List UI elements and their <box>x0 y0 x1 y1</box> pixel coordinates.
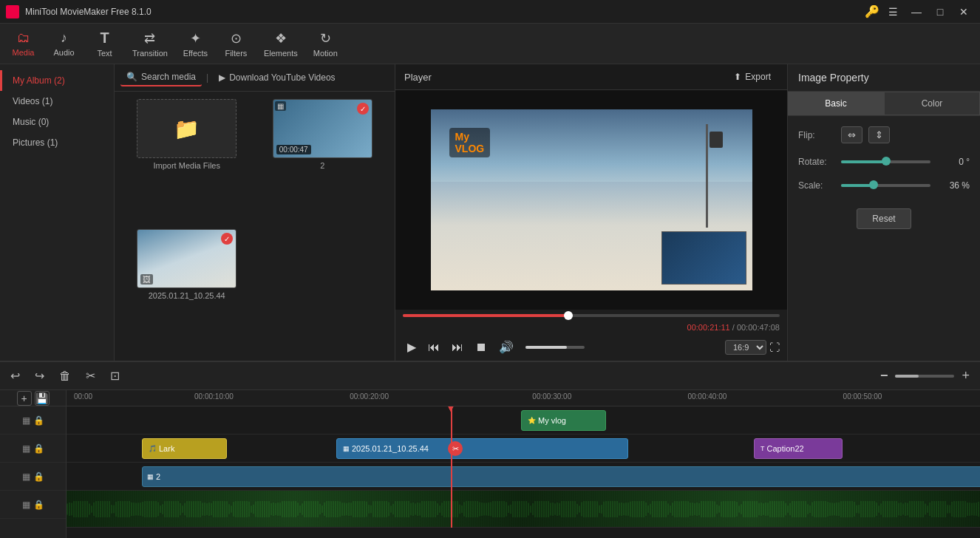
aspect-ratio-select[interactable]: 16:9 4:3 1:1 9:16 <box>725 340 766 355</box>
video2-clip[interactable]: ▦ 2 <box>142 466 980 487</box>
close-button[interactable]: ✕ <box>953 4 974 20</box>
audio-waveform-row <box>67 491 980 528</box>
toolbar-text-label: Text <box>97 49 112 58</box>
progress-track <box>403 314 780 317</box>
waveform-track-lock[interactable]: 🔒 <box>33 500 44 510</box>
video-background: MyVLOG <box>431 109 752 290</box>
flip-row: Flip: ⇔ ⇕ <box>798 126 970 143</box>
play-button[interactable]: ▶ <box>403 338 421 356</box>
zoom-slider[interactable] <box>895 375 954 378</box>
media-item-picture1[interactable]: ✓ 🖼 2025.01.21_10.25.44 <box>122 229 252 353</box>
volume-button[interactable]: 🔊 <box>494 338 518 356</box>
delete-button[interactable]: 🗑 <box>55 367 75 386</box>
effects-icon: ✦ <box>190 30 201 47</box>
media-item-video1[interactable]: 00:00:47 ✓ ▦ 2 <box>258 99 388 223</box>
next-button[interactable]: ⏭ <box>447 338 468 356</box>
lark-clip[interactable]: 🎵 Lark <box>142 438 227 459</box>
toolbar-transition[interactable]: ⇄ Transition <box>125 26 175 61</box>
minimize-button[interactable]: — <box>906 4 927 20</box>
transition-icon: ⇄ <box>144 30 155 47</box>
toolbar-filters[interactable]: ⊙ Filters <box>216 26 256 61</box>
toolbar-audio[interactable]: ♪ Audio <box>44 26 84 61</box>
caption-clip-label: Caption22 <box>767 444 804 453</box>
toolbar-motion-label: Motion <box>313 49 338 58</box>
image-type-icon: 🖼 <box>140 274 153 285</box>
picture-in-picture <box>661 231 746 285</box>
tab-basic[interactable]: Basic <box>788 92 884 115</box>
flip-label: Flip: <box>798 130 835 140</box>
toolbar-elements[interactable]: ❖ Elements <box>256 26 305 61</box>
scale-label: Scale: <box>798 180 835 191</box>
prev-button[interactable]: ⏮ <box>423 338 444 356</box>
toolbar-media[interactable]: 🗂 Media <box>3 26 44 61</box>
ruler-mark-50: 00:00:50:00 <box>843 392 882 401</box>
video-type-icon: ▦ <box>275 101 286 111</box>
sidebar-item-album[interactable]: My Album (2) <box>0 70 114 91</box>
app-icon <box>6 5 19 18</box>
playback-controls: ▶ ⏮ ⏭ ⏹ 🔊 16:9 4:3 1:1 9:16 ⛶ <box>403 335 780 361</box>
vlog-logo-overlay: MyVLOG <box>449 128 491 157</box>
fullscreen-button[interactable]: ⛶ <box>769 341 780 353</box>
maximize-button[interactable]: □ <box>930 4 950 20</box>
stop-button[interactable]: ⏹ <box>471 338 491 356</box>
progress-bar[interactable] <box>403 310 780 321</box>
export-button[interactable]: ⬆ Export <box>727 69 778 85</box>
sidebar-item-music[interactable]: Music (0) <box>0 112 114 132</box>
flip-horizontal-button[interactable]: ⇔ <box>841 126 862 143</box>
player-title: Player <box>404 72 432 83</box>
video2-track-row: ▦ 2 <box>67 463 980 491</box>
main-toolbar: 🗂 Media ♪ Audio T Text ⇄ Transition ✦ Ef… <box>0 24 980 64</box>
titlebar: MiniTool MovieMaker Free 8.1.0 🔑 ☰ — □ ✕ <box>0 0 980 24</box>
toolbar-audio-label: Audio <box>53 48 74 57</box>
tab-color[interactable]: Color <box>884 92 980 115</box>
rotate-slider[interactable] <box>841 160 930 163</box>
crop-button[interactable]: ⊡ <box>106 366 124 386</box>
volume-slider[interactable] <box>525 346 585 349</box>
logo-clip[interactable]: ⭐ My vlog <box>521 410 606 431</box>
menu-button[interactable]: ☰ <box>882 4 903 20</box>
progress-thumb[interactable] <box>564 311 573 320</box>
media-item-video1-label: 2 <box>320 161 324 170</box>
logo-track-lock[interactable]: 🔒 <box>33 415 44 426</box>
search-media-button[interactable]: 🔍 Search media <box>120 69 202 86</box>
add-track-button[interactable]: + <box>17 391 32 406</box>
save-track-button[interactable]: 💾 <box>35 391 50 406</box>
scale-value: 36 % <box>936 180 970 191</box>
time-display: 00:00:21:11 / 00:00:47:08 <box>403 321 780 335</box>
audio-track-lock[interactable]: 🔒 <box>33 471 44 482</box>
youtube-icon: ▶ <box>219 72 225 83</box>
reset-button[interactable]: Reset <box>857 208 911 229</box>
zoom-out-button[interactable]: − <box>876 365 893 387</box>
scale-slider[interactable] <box>841 184 930 187</box>
ruler-mark-30: 00:00:30:00 <box>532 392 571 401</box>
video-track-lock[interactable]: 🔒 <box>33 443 44 454</box>
toolbar-effects[interactable]: ✦ Effects <box>175 26 216 61</box>
import-media-item[interactable]: 📁 Import Media Files <box>122 99 252 223</box>
download-youtube-button[interactable]: ▶ Download YouTube Videos <box>213 69 341 86</box>
audio-track-icon: ▦ <box>22 471 30 482</box>
track-controls-waveform: ▦ 🔒 <box>0 491 66 519</box>
cut-button[interactable]: ✂ <box>81 366 100 386</box>
undo-button[interactable]: ↩ <box>6 366 24 386</box>
flip-vertical-button[interactable]: ⇕ <box>868 126 890 143</box>
export-icon: ⬆ <box>734 72 741 82</box>
scale-row: Scale: 36 % <box>798 180 970 191</box>
sidebar-item-videos[interactable]: Videos (1) <box>0 91 114 112</box>
video-track-icon: ▦ <box>22 443 30 454</box>
redo-button[interactable]: ↪ <box>30 366 49 386</box>
toolbar-text[interactable]: T Text <box>84 26 125 61</box>
video-check-mark: ✓ <box>357 103 369 115</box>
main-video-clip[interactable]: ▦ 2025.01.21_10.25.44 ✂ 00:00:16:15 <box>336 438 628 459</box>
zoom-in-button[interactable]: + <box>957 365 974 387</box>
toolbar-motion[interactable]: ↻ Motion <box>305 26 346 61</box>
rotate-value: 0 ° <box>936 157 970 167</box>
track-controls-logo: ▦ 🔒 <box>0 406 66 435</box>
scale-thumb <box>869 180 878 189</box>
cable-tower <box>706 124 708 228</box>
total-time: 00:00:47:08 <box>737 323 780 332</box>
video-canvas: MyVLOG <box>431 109 752 290</box>
timeline-ruler: 00:00 00:00:10:00 00:00:20:00 00:00:30:0… <box>67 390 980 406</box>
media-panel: 🔍 Search media | ▶ Download YouTube Vide… <box>115 64 395 361</box>
caption-clip[interactable]: T Caption22 <box>754 438 843 459</box>
sidebar-item-pictures[interactable]: Pictures (1) <box>0 132 114 153</box>
